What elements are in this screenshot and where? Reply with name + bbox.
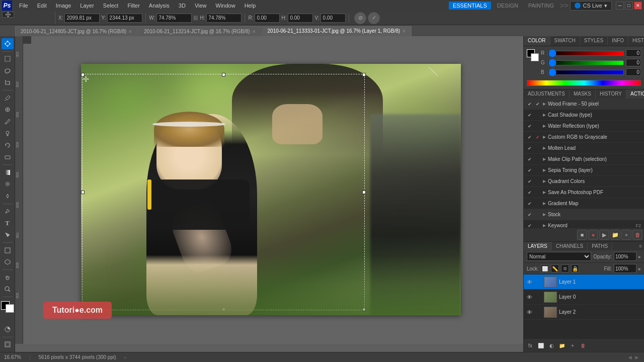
tab-history[interactable]: HISTORY xyxy=(596,89,626,99)
new-set-button[interactable]: 📁 xyxy=(610,230,620,240)
tab-layers[interactable]: LAYERS xyxy=(524,242,552,250)
action-expand-5[interactable]: ▶ xyxy=(543,146,546,150)
color-swatches[interactable] xyxy=(1,301,14,313)
minimize-button[interactable]: ─ xyxy=(616,2,624,10)
status-prev-button[interactable]: ◄ xyxy=(627,354,633,361)
action-item-9[interactable]: ✔ ✔ ▶ Save As Photoshop PDF xyxy=(524,187,644,198)
new-group-button[interactable]: 📁 xyxy=(557,340,567,350)
tab-masks[interactable]: MASKS xyxy=(570,89,596,99)
height-input[interactable] xyxy=(206,14,242,23)
tab-channels[interactable]: CHANNELS xyxy=(552,242,588,250)
path-selection-tool[interactable] xyxy=(2,230,14,241)
selection-tool[interactable] xyxy=(2,53,14,64)
history-brush-tool[interactable] xyxy=(2,140,14,151)
canvas-content[interactable]: ✛ xyxy=(23,36,523,344)
b-value[interactable] xyxy=(626,68,641,76)
menu-window[interactable]: Window xyxy=(212,2,239,10)
eyedropper-tool[interactable] xyxy=(2,93,14,104)
g-value[interactable] xyxy=(626,59,641,66)
layer-2-eye[interactable]: 👁 xyxy=(526,309,533,316)
tab-0[interactable]: 2010-06-21_124805-JCT.jpg @ 16.7% (RGB/8… xyxy=(15,26,138,36)
stop-button[interactable]: ■ xyxy=(577,230,587,240)
menu-image[interactable]: Image xyxy=(52,2,75,10)
action-item-5[interactable]: ✔ ✔ ▶ Molten Lead xyxy=(524,143,644,154)
shape-tool[interactable] xyxy=(2,245,14,256)
menu-view[interactable]: View xyxy=(191,2,211,10)
layer-0-eye[interactable]: 👁 xyxy=(526,294,533,301)
record-button[interactable]: ● xyxy=(588,230,598,240)
menu-file[interactable]: File xyxy=(15,2,32,10)
action-item-2[interactable]: ✔ ✔ ▶ Cast Shadow (type) xyxy=(524,110,644,121)
menu-select[interactable]: Select xyxy=(99,2,123,10)
layer-item-1[interactable]: 👁 Layer 1 xyxy=(524,275,644,290)
r-value[interactable] xyxy=(626,49,641,57)
h2-input[interactable] xyxy=(288,14,313,23)
action-expand-2[interactable]: ▶ xyxy=(543,113,546,117)
move-tool[interactable] xyxy=(2,38,14,49)
tab-styles[interactable]: STYLES xyxy=(580,36,608,46)
layer-item-2[interactable]: 👁 Layer 2 xyxy=(524,305,644,320)
cs-live-button[interactable]: CS Live ▾ xyxy=(570,1,612,11)
type-tool[interactable]: T xyxy=(2,218,14,229)
menu-filter[interactable]: Filter xyxy=(123,2,143,10)
gradient-tool[interactable] xyxy=(2,167,14,178)
screen-mode-button[interactable] xyxy=(2,339,14,350)
action-expand-4[interactable]: ▶ xyxy=(543,135,546,139)
action-expand-12[interactable]: ▶ xyxy=(543,223,546,228)
action-item-11[interactable]: ✔ ✔ ▶ Stock xyxy=(524,209,644,220)
hand-tool[interactable] xyxy=(2,272,14,283)
tab-actions[interactable]: ACTIONS xyxy=(626,89,644,99)
action-expand-6[interactable]: ▶ xyxy=(543,157,546,161)
tab-paths[interactable]: PATHS xyxy=(588,242,612,250)
tab-swatch[interactable]: SWATCH xyxy=(550,36,580,46)
background-color[interactable] xyxy=(6,304,14,313)
blend-mode-select[interactable]: Normal Multiply Screen xyxy=(527,252,591,261)
status-next-button[interactable]: ► xyxy=(634,354,640,361)
menu-analysis[interactable]: Analysis xyxy=(145,2,174,10)
action-item-6[interactable]: ✔ ✔ ▶ Make Clip Path (selection) xyxy=(524,154,644,165)
lock-pixels-button[interactable]: ⬜ xyxy=(541,264,549,273)
g-slider[interactable] xyxy=(548,60,624,65)
crop-tool[interactable] xyxy=(2,77,14,88)
lock-position-button[interactable]: ✡ xyxy=(561,264,569,273)
action-expand-3[interactable]: ▶ xyxy=(543,124,546,128)
tab-1-close[interactable]: ✕ xyxy=(252,29,256,34)
action-expand-8[interactable]: ▶ xyxy=(543,179,546,184)
fill-arrow[interactable]: ▸ xyxy=(638,266,641,272)
zoom-tool[interactable] xyxy=(2,284,14,295)
menu-3d[interactable]: 3D xyxy=(175,2,190,10)
tab-0-close[interactable]: ✕ xyxy=(128,29,132,34)
action-item-7[interactable]: ✔ ✔ ▶ Sepia Toning (layer) xyxy=(524,165,644,176)
r-slider[interactable] xyxy=(548,51,624,56)
action-expand-10[interactable]: ▶ xyxy=(543,201,546,206)
menu-layer[interactable]: Layer xyxy=(76,2,98,10)
new-layer-button[interactable]: + xyxy=(568,340,578,350)
spot-heal-tool[interactable] xyxy=(2,104,14,115)
action-expand-7[interactable]: ▶ xyxy=(543,168,546,172)
restore-button[interactable]: □ xyxy=(625,2,633,10)
b-slider[interactable] xyxy=(548,70,624,75)
action-item-3[interactable]: ✔ ✔ ▶ Water Reflection (type) xyxy=(524,121,644,132)
action-item-8[interactable]: ✔ ✔ ▶ Quadrant Colors xyxy=(524,176,644,187)
cancel-transform-button[interactable]: ⊘ xyxy=(354,12,366,24)
new-action-button[interactable]: + xyxy=(621,230,631,240)
action-expand-1[interactable]: ▶ xyxy=(543,102,546,106)
tab-adjustments[interactable]: ADJUSTMENTS xyxy=(524,89,570,99)
width-input[interactable] xyxy=(156,14,192,23)
adjustment-layer-button[interactable]: ◐ xyxy=(546,340,556,350)
design-button[interactable]: DESIGN xyxy=(493,2,522,10)
tab-color[interactable]: COLOR xyxy=(524,36,550,46)
quick-mask-button[interactable] xyxy=(2,324,14,335)
action-item-4[interactable]: ✔ ✔ ▶ Custom RGB to Grayscale xyxy=(524,132,644,143)
play-button[interactable]: ▶ xyxy=(599,230,609,240)
action-expand-9[interactable]: ▶ xyxy=(543,190,546,195)
layer-style-button[interactable]: fx xyxy=(525,340,535,350)
layers-panel-menu[interactable]: ≡ xyxy=(637,242,644,250)
v-input[interactable] xyxy=(320,14,346,23)
dodge-tool[interactable] xyxy=(2,191,14,202)
painting-button[interactable]: PAINTING xyxy=(524,2,558,10)
tab-histogram[interactable]: HISTOG... xyxy=(628,36,644,46)
layer-1-eye[interactable]: 👁 xyxy=(526,279,533,286)
eraser-tool[interactable] xyxy=(2,152,14,163)
x-input[interactable] xyxy=(64,14,100,23)
